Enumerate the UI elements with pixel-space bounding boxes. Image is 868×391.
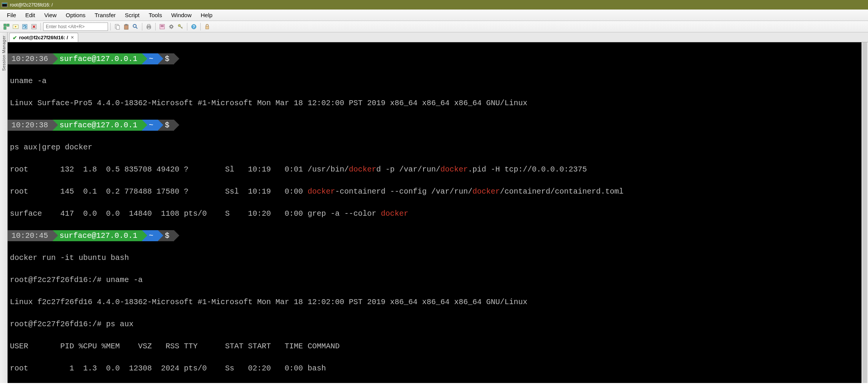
svg-rect-3 <box>4 24 6 26</box>
reconnect-icon[interactable] <box>21 22 29 31</box>
prompt-user: surface@127.0.0.1 <box>53 230 142 241</box>
svg-rect-24 <box>206 26 209 29</box>
svg-point-20 <box>170 26 172 28</box>
prompt-line: 10:20:38surface@127.0.0.1~$ <box>8 120 868 131</box>
svg-rect-16 <box>148 27 150 29</box>
svg-rect-18 <box>161 25 164 26</box>
window-title: root@f2c27f26fd16: / <box>10 2 53 8</box>
toolbar: ? <box>0 21 868 32</box>
session-manager-sidebar[interactable]: Session Manager <box>0 32 8 383</box>
svg-rect-7 <box>23 24 27 29</box>
tab-title: root@f2c27f26fd16: / <box>19 35 68 40</box>
sidebar-label: Session Manager <box>2 35 6 71</box>
print-icon[interactable] <box>145 22 153 31</box>
menu-tools[interactable]: Tools <box>144 10 167 20</box>
terminal-output: root 1 1.3 0.0 12308 2024 pts/0 Ss 02:20… <box>8 363 868 374</box>
prompt-time: 10:20:38 <box>8 120 53 131</box>
prompt-time: 10:20:45 <box>8 230 53 241</box>
menu-edit[interactable]: Edit <box>21 10 40 20</box>
separator <box>155 23 156 30</box>
terminal-command: docker run -it ubuntu bash <box>8 252 868 263</box>
menu-help[interactable]: Help <box>196 10 217 20</box>
svg-rect-12 <box>125 24 127 26</box>
svg-rect-5 <box>4 27 6 29</box>
connected-icon: ✔ <box>13 35 17 41</box>
menu-transfer[interactable]: Transfer <box>90 10 120 20</box>
copy-icon[interactable] <box>113 22 121 31</box>
grep-highlight: docker <box>349 165 376 174</box>
terminal-output: root 132 1.8 0.5 835708 49420 ? Sl 10:19… <box>8 164 868 175</box>
terminal-prompt: root@f2c27f26fd16:/# uname -a <box>8 274 868 285</box>
session-tab[interactable]: ✔ root@f2c27f26fd16: / ✕ <box>9 33 78 42</box>
terminal-output: Linux Surface-Pro5 4.4.0-18362-Microsoft… <box>8 98 868 109</box>
terminal-command: ps aux|grep docker <box>8 142 868 153</box>
help-icon[interactable]: ? <box>190 22 198 31</box>
prompt-line: 10:20:45surface@127.0.0.1~$ <box>8 230 868 241</box>
prompt-user: surface@127.0.0.1 <box>53 120 142 131</box>
host-input[interactable] <box>43 22 108 31</box>
settings-icon[interactable] <box>167 22 176 31</box>
menu-script[interactable]: Script <box>120 10 144 20</box>
scrollbar-thumb[interactable] <box>862 42 867 383</box>
svg-rect-1 <box>2 3 7 4</box>
menu-view[interactable]: View <box>40 10 61 20</box>
tab-bar: ✔ root@f2c27f26fd16: / ✕ <box>8 32 868 42</box>
session-manager-icon[interactable] <box>2 22 11 31</box>
terminal-output: USER PID %CPU %MEM VSZ RSS TTY STAT STAR… <box>8 341 868 352</box>
separator <box>110 23 111 30</box>
tab-close-button[interactable]: ✕ <box>70 35 75 40</box>
app-icon <box>2 2 8 8</box>
prompt-user: surface@127.0.0.1 <box>53 53 142 64</box>
svg-rect-19 <box>161 26 164 27</box>
window-titlebar: root@f2c27f26fd16: / <box>0 0 868 10</box>
terminal[interactable]: 10:20:36surface@127.0.0.1~$ uname -a Lin… <box>8 42 868 383</box>
grep-highlight: docker <box>381 209 408 218</box>
svg-rect-15 <box>148 24 150 26</box>
grep-highlight: docker <box>440 165 468 174</box>
lock-icon[interactable] <box>203 22 211 31</box>
disconnect-icon[interactable] <box>30 22 38 31</box>
properties-icon[interactable] <box>158 22 166 31</box>
terminal-output: surface 417 0.0 0.0 14840 1108 pts/0 S 1… <box>8 208 868 219</box>
terminal-output: Linux f2c27f26fd16 4.4.0-18362-Microsoft… <box>8 296 868 308</box>
menu-window[interactable]: Window <box>167 10 196 20</box>
menu-file[interactable]: File <box>2 10 21 20</box>
separator <box>187 23 187 30</box>
scrollbar[interactable] <box>862 42 868 383</box>
find-icon[interactable] <box>131 22 140 31</box>
prompt-time: 10:20:36 <box>8 53 53 64</box>
separator <box>200 23 201 30</box>
svg-text:?: ? <box>193 25 195 29</box>
separator <box>142 23 142 30</box>
paste-icon[interactable] <box>122 22 130 31</box>
separator <box>40 23 41 30</box>
grep-highlight: docker <box>472 187 500 196</box>
svg-rect-2 <box>2 4 7 6</box>
terminal-command: uname -a <box>8 75 868 87</box>
svg-rect-4 <box>7 24 9 26</box>
svg-point-13 <box>133 24 136 27</box>
terminal-prompt: root@f2c27f26fd16:/# ps aux <box>8 319 868 330</box>
prompt-line: 10:20:36surface@127.0.0.1~$ <box>8 53 868 64</box>
svg-rect-10 <box>116 26 119 29</box>
menu-bar: File Edit View Options Transfer Script T… <box>0 10 868 21</box>
terminal-output: root 145 0.1 0.2 778488 17580 ? Ssl 10:1… <box>8 186 868 197</box>
grep-highlight: docker <box>308 187 335 196</box>
menu-options[interactable]: Options <box>61 10 90 20</box>
quick-connect-icon[interactable] <box>11 22 20 31</box>
key-icon[interactable] <box>176 22 185 31</box>
